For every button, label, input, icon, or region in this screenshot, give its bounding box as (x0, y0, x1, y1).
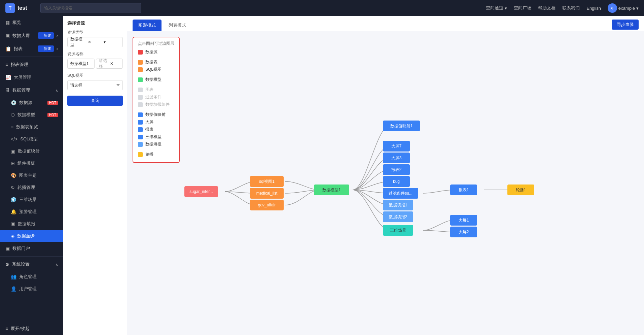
node-carousel1[interactable]: 轮播1 (507, 185, 534, 195)
resource-name-sub-select[interactable]: 请选择 ✕ (96, 59, 123, 69)
sidebar-group-data-mgmt[interactable]: 🗄 数据管理 ∧ (0, 84, 63, 97)
sidebar-item-data-fill[interactable]: ▣ 数据填报 (0, 218, 63, 230)
legend-item-sql-view[interactable]: SQL视图 (138, 67, 174, 72)
legend-item-3d-model[interactable]: 三维模型 (138, 134, 174, 140)
node-3d-scene[interactable]: 三维场景 (383, 225, 413, 236)
legend-label-3d-model: 三维模型 (145, 134, 162, 140)
node-data-fill2[interactable]: 数据填报2 (383, 211, 413, 222)
node-screen1[interactable]: 大屏1 (450, 215, 477, 226)
resource-name-sub-placeholder: 请选择 (99, 58, 109, 69)
legend-item-datatable[interactable]: 数据表 (138, 59, 174, 65)
sidebar-item-chart-theme[interactable]: 🎨 图表主题 (0, 169, 63, 181)
language-switch[interactable]: English (586, 6, 601, 11)
sidebar: ▦ 概览 ▣ 数据大屏 +新建 › 📋 报表 +新建 › ≡ 报表管理 📈 大屏… (0, 16, 63, 335)
legend-item-screen[interactable]: 大屏 (138, 119, 174, 125)
node-screen3[interactable]: 大屏3 (383, 153, 410, 163)
sidebar-divider-1 (0, 57, 63, 57)
sidebar-item-expand-collapse[interactable]: ≡ 展开/收起 (0, 322, 63, 335)
help-doc-link[interactable]: 帮助文档 (538, 5, 556, 11)
sidebar-item-sql-model[interactable]: </> SQL模型 (0, 133, 63, 145)
node-data-value-map1[interactable]: 数据值映射1 (383, 121, 420, 131)
resource-name-select[interactable]: 数据模型1 (67, 59, 95, 69)
brand: T test (5, 3, 27, 13)
legend-item-carousel[interactable]: 轮播 (138, 152, 174, 157)
sql-view-select[interactable]: 请选择 (67, 80, 123, 90)
node-data-fill1[interactable]: 数据填报1 (383, 200, 413, 210)
sidebar-item-label: SQL模型 (20, 136, 38, 142)
sidebar-item-data-mapping[interactable]: ▣ 数据值映射 (0, 145, 63, 157)
search-input[interactable] (40, 3, 141, 13)
tab-graph-mode[interactable]: 图形模式 (133, 20, 162, 31)
sidebar-item-alert[interactable]: 🔔 预警管理 (0, 206, 63, 218)
legend-item-chart[interactable]: 图表 (138, 87, 174, 93)
tab-list-mode[interactable]: 列表模式 (163, 20, 192, 31)
node-sugar-inter[interactable]: sugar_inter... (184, 186, 218, 197)
sidebar-item-carousel[interactable]: ↻ 轮播管理 (0, 181, 63, 194)
panel-title: 选择资源 (67, 20, 123, 26)
sidebar-item-report-mgmt[interactable]: ≡ 报表管理 (0, 58, 63, 71)
legend-item-datafill[interactable]: 数据填报 (138, 141, 174, 147)
canvas-area[interactable]: 点击图例可过滤图层 数据源 数据表 SQL视图 数据模型 (127, 31, 644, 335)
node-medical-list[interactable]: medical_list (250, 188, 284, 199)
sidebar-item-report[interactable]: 📋 报表 +新建 › (0, 42, 63, 55)
sidebar-item-datamodel[interactable]: ⬡ 数据模型 HOT (0, 109, 63, 121)
sidebar-item-label: 报表管理 (11, 62, 28, 68)
sidebar-item-3d-scene[interactable]: 🧊 三维场景 (0, 194, 63, 206)
node-report2[interactable]: 报表2 (383, 164, 410, 175)
sidebar-item-user-mgmt[interactable]: 👤 用户管理 (0, 283, 63, 295)
sidebar-item-widget-template[interactable]: ⊞ 组件模板 (0, 157, 63, 169)
resource-type-clear[interactable]: ✕ (88, 40, 104, 44)
sidebar-item-label: 预警管理 (19, 209, 37, 215)
legend-dot-3d-model (138, 135, 143, 139)
legend-item-report[interactable]: 报表 (138, 127, 174, 132)
sidebar-group-sys-settings[interactable]: ⚙ 系统设置 ∧ (0, 258, 63, 271)
sidebar-item-datatable-preview[interactable]: ≡ 数据表预览 (0, 121, 63, 133)
sql-view-label: SQL视图 (67, 73, 123, 78)
contact-link[interactable]: 联系我们 (562, 5, 580, 11)
datascreen-new-btn[interactable]: +新建 (38, 32, 53, 39)
node-screen2[interactable]: 大屏2 (450, 227, 477, 237)
report-icon: 📋 (5, 46, 11, 52)
node-bug[interactable]: bug (383, 176, 410, 187)
space-channel-dropdown[interactable]: 空间通道 ▾ (486, 5, 507, 11)
node-sql-view1[interactable]: sql视图1 (250, 176, 284, 187)
legend-item-data-mapping[interactable]: 数据值映射 (138, 112, 174, 118)
sidebar-item-label: 数据血缘 (17, 233, 35, 239)
sidebar-item-label: 报表 (14, 46, 23, 52)
sidebar-item-data-lineage[interactable]: ◈ 数据血缘 (0, 230, 63, 242)
main-layout: ▦ 概览 ▣ 数据大屏 +新建 › 📋 报表 +新建 › ≡ 报表管理 📈 大屏… (0, 16, 644, 335)
sidebar-item-role-mgmt[interactable]: 👥 角色管理 (0, 271, 63, 283)
sync-lineage-button[interactable]: 同步血缘 (612, 20, 639, 30)
sidebar-item-screen-mgmt[interactable]: 📈 大屏管理 (0, 71, 63, 84)
legend-label-datafill-widget: 数据填报组件 (145, 102, 170, 107)
sidebar-item-datascreen[interactable]: ▣ 数据大屏 +新建 › (0, 29, 63, 42)
sidebar-item-overview[interactable]: ▦ 概览 (0, 16, 63, 29)
node-gov-affair[interactable]: gov_affair (250, 200, 284, 210)
node-filter-cond[interactable]: 过滤条件su... (383, 188, 418, 199)
datascreen-icon: ▣ (5, 33, 10, 38)
legend-dot-report (138, 127, 143, 132)
legend-label-report: 报表 (145, 127, 153, 132)
sidebar-item-label: 三维场景 (19, 197, 37, 203)
node-report1[interactable]: 报表1 (450, 185, 477, 195)
node-screen7[interactable]: 大屏7 (383, 141, 410, 152)
sidebar-item-datasource[interactable]: 💿 数据源 HOT (0, 97, 63, 109)
legend-item-data-model[interactable]: 数据模型 (138, 77, 174, 82)
legend-item-datafill-widget[interactable]: 数据填报组件 (138, 102, 174, 107)
resource-type-select[interactable]: 数据模型 ✕ ▾ (67, 37, 123, 47)
navbar-right: 空间通道 ▾ 空间广场 帮助文档 联系我们 English e example … (486, 3, 639, 13)
user-dropdown[interactable]: e example ▾ (608, 3, 639, 13)
sidebar-item-label: 角色管理 (19, 274, 37, 280)
legend-label-screen: 大屏 (145, 119, 153, 125)
legend-item-datasource[interactable]: 数据源 (138, 49, 174, 55)
legend-label-filter: 过滤条件 (145, 94, 162, 100)
query-button[interactable]: 查询 (67, 96, 123, 106)
sidebar-item-label: 数据模型 (17, 112, 35, 118)
node-data-model1[interactable]: 数据模型1 (314, 185, 349, 195)
resource-name-sub-clear[interactable]: ✕ (110, 61, 120, 66)
legend-label-chart: 图表 (145, 87, 153, 93)
legend-item-filter[interactable]: 过滤条件 (138, 94, 174, 100)
report-new-btn[interactable]: +新建 (38, 45, 53, 52)
sidebar-item-data-portal[interactable]: ▣ 数据门户 (0, 242, 63, 255)
space-plaza-link[interactable]: 空间广场 (514, 5, 531, 11)
